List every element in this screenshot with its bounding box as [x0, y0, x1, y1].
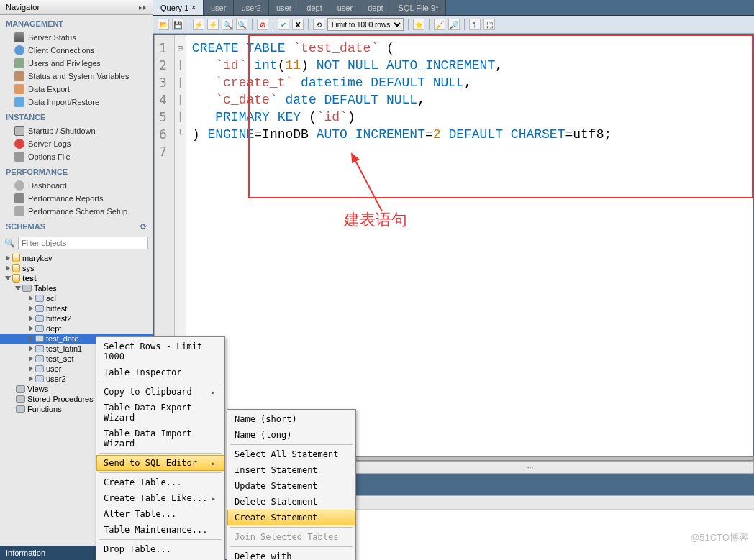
execute-button[interactable]: ⚡	[193, 19, 204, 30]
tab-user-3[interactable]: user	[269, 0, 299, 15]
section-management: MANAGEMENT	[0, 15, 153, 31]
nav-data-import[interactable]: Data Import/Restore	[0, 96, 153, 109]
filter-input[interactable]	[18, 237, 148, 249]
message-area: Message	[306, 495, 754, 560]
explain-current-button[interactable]: 🔍	[236, 19, 247, 30]
db-test[interactable]: test	[0, 273, 153, 283]
rollback-button[interactable]: ✘	[292, 19, 304, 30]
navigator-header: Navigator	[0, 0, 153, 15]
find-button[interactable]: 🔎	[448, 19, 460, 30]
ctx-table-data-export[interactable]: Table Data Export Wizard	[96, 400, 224, 426]
nav-server-logs[interactable]: Server Logs	[0, 137, 153, 150]
table-bittest2[interactable]: bittest2	[0, 313, 153, 323]
ctx-drop-table[interactable]: Drop Table...	[96, 541, 224, 557]
database-icon	[12, 254, 20, 262]
server-icon	[14, 32, 24, 42]
ctx-create-table[interactable]: Create Table...	[96, 474, 224, 490]
ctx-send-sql-editor[interactable]: Send to SQL Editor	[96, 455, 224, 471]
tab-user-5[interactable]: user	[330, 0, 360, 15]
commit-button[interactable]: ✔	[278, 19, 289, 30]
table-dept[interactable]: dept	[0, 323, 153, 334]
nav-dashboard[interactable]: Dashboard	[0, 179, 153, 192]
table-bittest[interactable]: bittest	[0, 303, 153, 313]
table-icon	[35, 325, 44, 332]
collapse-icon[interactable]	[138, 3, 147, 12]
tab-sql-file-9[interactable]: SQL File 9*	[391, 0, 447, 15]
nav-server-status[interactable]: Server Status	[0, 31, 153, 44]
nav-status-variables[interactable]: Status and System Variables	[0, 70, 153, 83]
ctx-select-rows[interactable]: Select Rows - Limit 1000	[96, 339, 224, 364]
ctx-table-data-import[interactable]: Table Data Import Wizard	[96, 426, 224, 451]
table-icon	[35, 355, 44, 362]
nav-users-privileges[interactable]: Users and Privileges	[0, 57, 153, 70]
ctx-select-all-stmt[interactable]: Select All Statement	[227, 446, 355, 462]
table-icon	[35, 375, 44, 382]
ctx-join-selected: Join Selected Tables	[227, 529, 355, 545]
section-schemas: SCHEMAS⟳	[0, 218, 153, 234]
dashboard-icon	[14, 180, 24, 191]
stop-button[interactable]: ⊘	[257, 19, 268, 30]
ctx-name-long[interactable]: Name (long)	[227, 427, 355, 443]
ctx-table-maintenance[interactable]: Table Maintenance...	[96, 522, 224, 538]
ctx-copy-clipboard[interactable]: Copy to Clipboard	[96, 384, 224, 400]
close-icon[interactable]: ×	[191, 4, 196, 12]
tab-user[interactable]: user	[204, 0, 234, 15]
perf-icon	[14, 206, 24, 216]
table-icon	[35, 345, 44, 352]
ctx-alter-table[interactable]: Alter Table...	[96, 506, 224, 522]
schema-refresh-icon[interactable]: ⟳	[140, 222, 147, 231]
tab-query1[interactable]: Query 1×	[153, 0, 204, 15]
table-acl[interactable]: acl	[0, 293, 153, 303]
import-icon	[14, 97, 24, 107]
tab-user2[interactable]: user2	[234, 0, 269, 15]
context-submenu-send-sql: Name (short) Name (long) Select All Stat…	[227, 409, 356, 560]
table-icon	[35, 365, 44, 372]
save-button[interactable]: 💾	[172, 19, 183, 30]
nav-client-connections[interactable]: Client Connections	[0, 44, 153, 57]
status-icon	[14, 71, 24, 81]
ctx-name-short[interactable]: Name (short)	[227, 411, 355, 427]
db-marykay[interactable]: marykay	[0, 253, 153, 263]
nav-performance-schema[interactable]: Performance Schema Setup	[0, 205, 153, 218]
ctx-create-stmt[interactable]: Create Statement	[227, 510, 355, 525]
folder-tables[interactable]: Tables	[0, 283, 153, 293]
pin-button[interactable]: ¶	[469, 19, 481, 30]
bottom-panel: ··· Message	[306, 456, 754, 560]
ctx-create-table-like[interactable]: Create Table Like...	[96, 490, 224, 506]
ctx-delete-stmt[interactable]: Delete Statement	[227, 494, 355, 510]
nav-startup-shutdown[interactable]: Startup / Shutdown	[0, 124, 153, 137]
execute-current-button[interactable]: ⚡	[207, 19, 219, 30]
ctx-delete-refs[interactable]: Delete with References	[227, 548, 355, 560]
tab-dept[interactable]: dept	[299, 0, 330, 15]
scroll-bar[interactable]: ···	[306, 461, 754, 474]
open-button[interactable]: 📂	[158, 19, 169, 30]
users-icon	[14, 58, 24, 68]
tab-bar: Query 1× user user2 user dept user dept …	[153, 0, 754, 16]
ctx-update-stmt[interactable]: Update Statement	[227, 478, 355, 494]
nav-performance-reports[interactable]: Performance Reports	[0, 192, 153, 205]
reports-icon	[14, 193, 24, 203]
status-bar	[306, 474, 754, 495]
search-icon: 🔍	[4, 238, 15, 248]
folder-icon	[22, 285, 32, 292]
section-performance: PERFORMANCE	[0, 163, 153, 179]
ctx-insert-stmt[interactable]: Insert Statement	[227, 462, 355, 478]
folder-icon	[16, 395, 25, 403]
db-sys[interactable]: sys	[0, 263, 153, 273]
logs-icon	[14, 139, 24, 149]
navigator-title: Navigator	[6, 3, 40, 12]
tab-dept-6[interactable]: dept	[360, 0, 391, 15]
nav-options-file[interactable]: Options File	[0, 150, 153, 163]
toggle-button[interactable]: 🧹	[434, 19, 445, 30]
folder-icon	[16, 385, 25, 393]
limit-select[interactable]: Limit to 1000 rows	[327, 18, 404, 31]
beautify-button[interactable]: ⭐	[413, 19, 424, 30]
ctx-table-inspector[interactable]: Table Inspector	[96, 364, 224, 380]
filter-row: 🔍	[0, 234, 153, 252]
ctx-truncate-table[interactable]: Truncate Table...	[96, 557, 224, 560]
explain-button[interactable]: 🔍	[222, 19, 233, 30]
wrap-button[interactable]: ⬚	[483, 19, 495, 30]
table-icon	[35, 295, 44, 302]
autocommit-button[interactable]: ⟲	[313, 19, 324, 30]
nav-data-export[interactable]: Data Export	[0, 83, 153, 96]
